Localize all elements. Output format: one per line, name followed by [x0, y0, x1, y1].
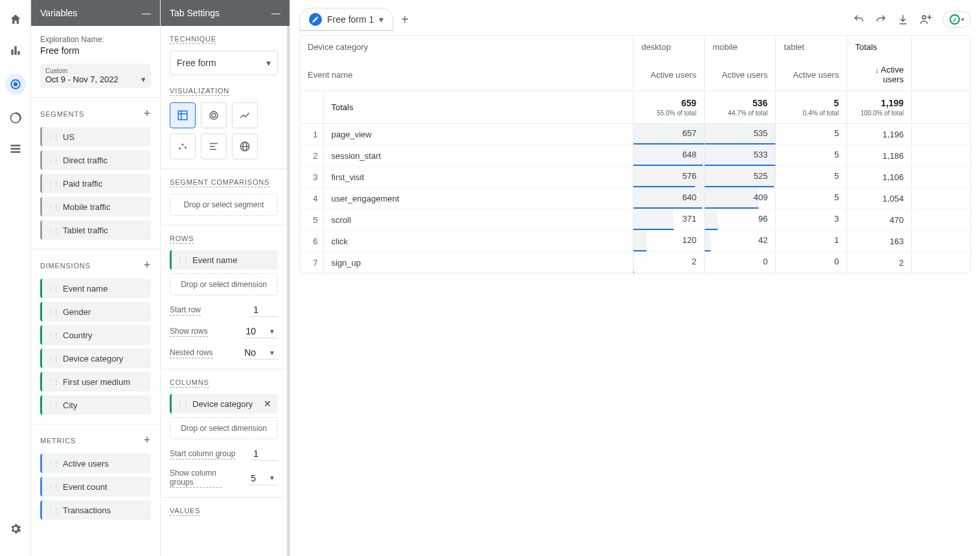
share-icon[interactable] — [919, 13, 932, 26]
table-row[interactable]: 3first_visit57652551,106 — [300, 167, 970, 188]
metric-chip[interactable]: ⋮⋮Active users — [40, 454, 151, 473]
dimension-chip[interactable]: ⋮⋮First user medium — [40, 372, 151, 391]
collapse-icon[interactable]: — — [142, 8, 151, 18]
viz-scatter-icon[interactable] — [170, 133, 196, 159]
metric-chip[interactable]: ⋮⋮Transactions — [40, 500, 151, 520]
columns-drop-zone[interactable]: Drop or select dimension — [170, 417, 278, 439]
table-row[interactable]: 7sign_up2002 — [300, 252, 970, 273]
metric-chip[interactable]: ⋮⋮Event count — [40, 477, 151, 496]
start-row-label: Start row — [170, 305, 201, 316]
metrics-section-title: METRICS + — [40, 434, 151, 447]
technique-title: TECHNIQUE — [170, 35, 278, 44]
metric-header[interactable]: Active users — [633, 58, 705, 91]
nested-rows-label: Nested rows — [170, 348, 213, 358]
viz-donut-icon[interactable] — [201, 102, 227, 128]
exploration-name-value[interactable]: Free form — [40, 45, 151, 56]
col-header-totals[interactable]: Totals — [847, 36, 912, 58]
data-cell: 5 — [776, 124, 847, 145]
data-cell: 576 — [633, 167, 704, 187]
chevron-down-icon: ▼ — [269, 328, 275, 335]
settings-icon[interactable] — [8, 521, 23, 537]
segment-chip[interactable]: ⋮⋮US — [40, 127, 151, 146]
download-icon[interactable] — [897, 14, 909, 25]
dimension-chip[interactable]: ⋮⋮City — [40, 395, 151, 415]
row-name: scroll — [324, 211, 633, 229]
configure-icon[interactable] — [8, 141, 23, 157]
explore-icon[interactable] — [5, 74, 26, 95]
table-row[interactable]: 6click120421163 — [300, 231, 970, 252]
svg-rect-2 — [17, 51, 19, 55]
table-row[interactable]: 4user_engagement64040951,054 — [300, 188, 970, 209]
undo-icon[interactable] — [853, 14, 865, 25]
svg-point-15 — [182, 144, 184, 146]
tab-settings-panel: Tab Settings — TECHNIQUE Free form ▾ VIS… — [161, 0, 290, 556]
technique-select[interactable]: Free form ▾ — [170, 51, 278, 75]
col-header-tablet[interactable]: tablet — [776, 36, 847, 58]
row-name: session_start — [324, 146, 633, 165]
dimension-chip[interactable]: ⋮⋮Country — [40, 325, 151, 345]
dimension-chip[interactable]: ⋮⋮Event name — [40, 279, 151, 298]
collapse-icon[interactable]: — — [271, 8, 280, 18]
nested-rows-select[interactable]: No▼ — [242, 346, 278, 360]
show-col-select[interactable]: 5▼ — [248, 472, 278, 485]
data-cell: 533 — [705, 145, 775, 166]
segment-chip[interactable]: ⋮⋮Direct traffic — [40, 150, 151, 170]
row-total: 470 — [847, 211, 911, 229]
start-col-value[interactable]: 1 — [251, 447, 278, 461]
viz-bar-icon[interactable] — [201, 133, 227, 159]
metric-header[interactable]: Active users — [705, 58, 776, 91]
table-row[interactable]: 1page_view65753551,196 — [300, 124, 970, 145]
chevron-down-icon[interactable]: ▾ — [379, 14, 383, 25]
close-icon[interactable]: ✕ — [262, 397, 273, 410]
columns-chip-device-category[interactable]: ⋮⋮Device category✕ — [170, 394, 278, 413]
home-icon[interactable] — [8, 12, 23, 27]
drag-handle-icon: ⋮⋮ — [47, 332, 59, 339]
start-row-value[interactable]: 1 — [251, 303, 278, 317]
data-cell: 657 — [633, 124, 704, 145]
row-total: 1,106 — [847, 168, 911, 187]
metric-header[interactable]: Active users — [776, 58, 847, 91]
dimension-chip[interactable]: ⋮⋮Device category — [40, 349, 151, 368]
data-quality-indicator[interactable]: ✓▾ — [942, 11, 971, 28]
row-total: 1,196 — [847, 125, 911, 144]
table-row[interactable]: 5scroll371963470 — [300, 209, 970, 231]
col-header-mobile[interactable]: mobile — [705, 36, 776, 58]
tab-indicator-icon — [309, 13, 322, 26]
add-metric-icon[interactable]: + — [144, 434, 151, 447]
variables-header: Variables — — [31, 0, 160, 26]
col-header-desktop[interactable]: desktop — [633, 36, 705, 58]
viz-geo-icon[interactable] — [232, 133, 258, 159]
dimension-chip[interactable]: ⋮⋮Gender — [40, 302, 151, 321]
chevron-down-icon: ▼ — [269, 474, 275, 481]
date-range-picker[interactable]: Custom Oct 9 - Nov 7, 2022 ▾ — [40, 64, 151, 88]
reports-icon[interactable] — [8, 43, 23, 58]
viz-table-icon[interactable] — [170, 102, 196, 128]
totals-cell: 65955.0% of total — [633, 91, 704, 123]
data-table: Device category desktop mobile tablet To… — [299, 35, 971, 273]
data-cell: 640 — [633, 188, 704, 209]
row-index: 1 — [300, 124, 323, 145]
viz-line-icon[interactable] — [232, 102, 258, 128]
row-name: user_engagement — [324, 189, 633, 208]
segment-drop-zone[interactable]: Drop or select segment — [170, 194, 278, 216]
segment-chip[interactable]: ⋮⋮Mobile traffic — [40, 197, 151, 216]
rows-drop-zone[interactable]: Drop or select dimension — [170, 273, 278, 295]
show-rows-select[interactable]: 10▼ — [244, 325, 278, 338]
sort-metric-header[interactable]: Active users — [847, 58, 912, 91]
table-row[interactable]: 2session_start64853351,186 — [300, 145, 970, 167]
exploration-tab[interactable]: Free form 1 ▾ — [299, 8, 393, 31]
segment-chip[interactable]: ⋮⋮Tablet traffic — [40, 220, 151, 240]
advertising-icon[interactable] — [8, 110, 23, 126]
totals-cell: 50.4% of total — [776, 91, 847, 123]
segment-chip[interactable]: ⋮⋮Paid traffic — [40, 174, 151, 193]
add-segment-icon[interactable]: + — [144, 107, 151, 121]
tab-settings-title: Tab Settings — [170, 8, 220, 18]
svg-point-23 — [922, 16, 926, 19]
tab-name: Free form 1 — [327, 14, 374, 25]
add-tab-icon[interactable]: + — [401, 12, 409, 27]
redo-icon[interactable] — [875, 14, 887, 25]
add-dimension-icon[interactable]: + — [144, 259, 151, 272]
svg-rect-1 — [14, 46, 16, 54]
rows-chip-event-name[interactable]: ⋮⋮Event name — [170, 250, 278, 270]
svg-rect-8 — [10, 151, 20, 153]
